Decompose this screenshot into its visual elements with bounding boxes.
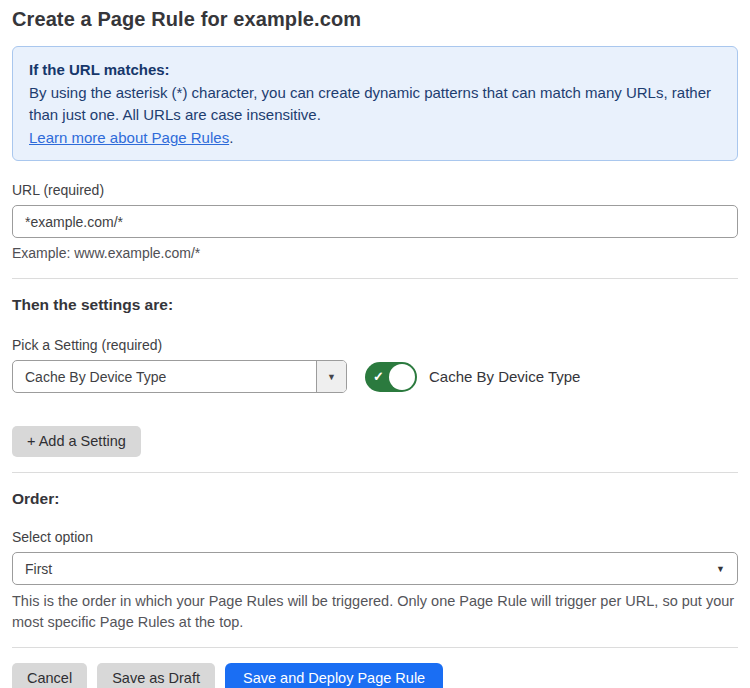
order-select-value: First xyxy=(25,561,52,577)
setting-dropdown-value: Cache By Device Type xyxy=(13,361,316,392)
add-setting-button[interactable]: + Add a Setting xyxy=(12,426,141,457)
cancel-button[interactable]: Cancel xyxy=(12,663,87,688)
order-select[interactable]: First ▼ xyxy=(12,552,738,585)
chevron-down-icon: ▼ xyxy=(716,564,725,574)
settings-section-heading: Then the settings are: xyxy=(12,296,738,314)
divider xyxy=(12,472,738,473)
toggle-label: Cache By Device Type xyxy=(429,368,580,385)
setting-dropdown[interactable]: Cache By Device Type ▼ xyxy=(12,360,347,393)
learn-more-link[interactable]: Learn more about Page Rules xyxy=(29,129,229,146)
url-match-info-box: If the URL matches: By using the asteris… xyxy=(12,46,738,161)
setting-dropdown-caret-button[interactable]: ▼ xyxy=(316,361,346,392)
info-box-body: By using the asterisk (*) character, you… xyxy=(29,82,721,125)
order-select-label: Select option xyxy=(12,529,738,545)
order-section-heading: Order: xyxy=(12,490,738,508)
setting-picker-row: Cache By Device Type ▼ ✓ Cache By Device… xyxy=(12,360,738,393)
divider xyxy=(12,278,738,279)
order-description: This is the order in which your Page Rul… xyxy=(12,591,738,633)
url-input[interactable] xyxy=(12,205,738,238)
footer-actions: Cancel Save as Draft Save and Deploy Pag… xyxy=(12,663,738,688)
save-as-draft-button[interactable]: Save as Draft xyxy=(97,663,215,688)
pick-setting-label: Pick a Setting (required) xyxy=(12,337,738,353)
cache-by-device-type-toggle[interactable]: ✓ xyxy=(365,362,417,392)
divider xyxy=(12,647,738,648)
url-example-helper: Example: www.example.com/* xyxy=(12,245,738,261)
page-rule-form: Create a Page Rule for example.com If th… xyxy=(0,0,750,688)
toggle-knob xyxy=(389,364,415,390)
info-box-link-line: Learn more about Page Rules. xyxy=(29,127,721,148)
link-period: . xyxy=(229,129,233,146)
info-box-heading: If the URL matches: xyxy=(29,59,721,80)
check-icon: ✓ xyxy=(373,370,384,383)
chevron-down-icon: ▼ xyxy=(327,372,336,382)
save-and-deploy-button[interactable]: Save and Deploy Page Rule xyxy=(225,663,443,688)
page-title: Create a Page Rule for example.com xyxy=(12,8,738,31)
url-field-label: URL (required) xyxy=(12,182,738,198)
